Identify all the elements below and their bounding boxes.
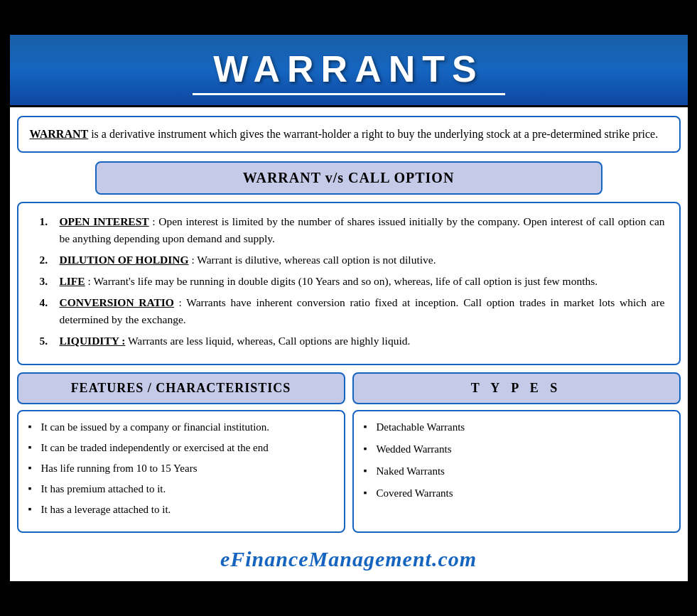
definition-bold-word: WARRANT [30,128,89,140]
feature-item-2: It can be traded independently or exerci… [28,441,334,455]
page-container: WARRANTS WARRANT is a derivative instrum… [8,33,690,583]
features-header: FEATURES / CHARACTERISTICS [17,372,345,404]
subheader-title: WARRANT v/s CALL OPTION [111,170,587,186]
desc-3: : Warrant's life may be running in doubl… [88,275,598,287]
desc-2: : Warrant is dilutive, whereas call opti… [191,254,436,266]
type-item-1: Detachable Warrants [364,420,669,435]
list-item: DILUTION OF HOLDING : Warrant is dilutiv… [40,252,665,269]
definition-text: is a derivative instrument which gives t… [88,128,658,140]
term-2: DILUTION OF HOLDING [60,254,189,266]
types-column: T Y P E S Detachable Warrants Wedded War… [352,372,681,533]
footer-section: eFinanceManagement.com [10,540,688,581]
desc-1: : Open interest is limited by the number… [60,215,665,244]
types-content: Detachable Warrants Wedded Warrants Nake… [352,410,681,533]
list-item: CONVERSION RATIO : Warrants have inheren… [40,294,665,328]
header-section: WARRANTS [10,35,688,107]
list-item: LIQUIDITY : Warrants are less liquid, wh… [40,333,665,350]
term-4: CONVERSION RATIO [60,296,174,308]
type-item-4: Covered Warrants [364,486,669,501]
features-list: It can be issued by a company or financi… [28,420,334,517]
features-title: FEATURES / CHARACTERISTICS [27,381,335,396]
type-item-2: Wedded Warrants [364,442,669,457]
types-title: T Y P E S [362,381,671,396]
definition-box: WARRANT is a derivative instrument which… [17,116,681,153]
type-item-3: Naked Warrants [364,464,669,479]
list-item: OPEN INTEREST : Open interest is limited… [40,213,665,247]
main-title: WARRANTS [24,48,674,90]
term-3: LIFE [60,275,85,287]
feature-item-3: Has life running from 10 to 15 Years [28,461,334,476]
brand-name: eFinanceManagement.com [10,547,688,571]
features-content: It can be issued by a company or financi… [17,410,345,533]
term-5: LIQUIDITY : [60,335,126,347]
features-column: FEATURES / CHARACTERISTICS It can be iss… [17,372,345,533]
bottom-section: FEATURES / CHARACTERISTICS It can be iss… [17,372,681,533]
list-item: LIFE : Warrant's life may be running in … [40,273,665,290]
types-header: T Y P E S [352,372,681,404]
feature-item-1: It can be issued by a company or financi… [28,420,334,435]
term-1: OPEN INTEREST [60,215,149,227]
header-underline [193,93,505,95]
warrant-vs-call-header: WARRANT v/s CALL OPTION [95,161,603,195]
feature-item-5: It has a leverage attached to it. [28,502,334,517]
desc-5: Warrants are less liquid, whereas, Call … [128,335,410,347]
comparison-box: OPEN INTEREST : Open interest is limited… [17,202,681,365]
types-list: Detachable Warrants Wedded Warrants Nake… [364,420,669,501]
feature-item-4: It has premium attached to it. [28,482,334,497]
comparison-list: OPEN INTEREST : Open interest is limited… [40,213,665,350]
